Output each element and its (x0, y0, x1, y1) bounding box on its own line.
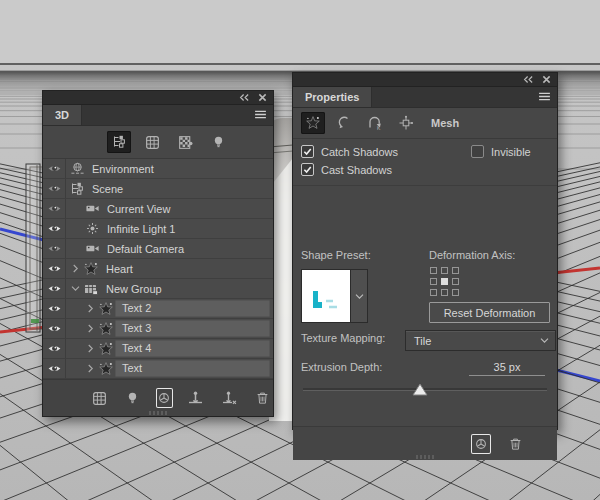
chevron-right-icon[interactable] (68, 264, 82, 273)
chevron-down-icon[interactable] (68, 285, 82, 292)
coordinates-icon[interactable] (394, 112, 418, 134)
whole-scene-icon[interactable] (156, 388, 174, 408)
chevron-right-icon[interactable] (83, 304, 97, 313)
shape-preset-dropdown-button[interactable] (350, 269, 368, 323)
scene-row-label: Text 2 (115, 300, 270, 317)
eye-icon (47, 163, 62, 174)
trash-icon (255, 390, 270, 406)
close-icon[interactable] (258, 93, 267, 102)
trash-icon[interactable] (503, 433, 527, 455)
3d-panel-titlebar[interactable] (43, 91, 273, 105)
infinite-light-icon (83, 221, 101, 236)
visibility-toggle[interactable] (43, 219, 66, 238)
panel-menu-button[interactable] (247, 105, 273, 125)
mesh-star-icon[interactable] (301, 112, 325, 134)
extrusion-depth-slider[interactable] (303, 383, 547, 397)
section-divider (293, 185, 557, 186)
deformation-axis-cell-6[interactable] (430, 289, 437, 296)
whole-scene-icon (157, 391, 171, 405)
panel-resize-grip[interactable] (416, 455, 434, 459)
tabrow-spacer (372, 87, 531, 107)
mesh-star-icon (97, 361, 115, 377)
deformation-axis-cell-0[interactable] (430, 267, 437, 274)
mode-tabs: K (301, 112, 418, 134)
visibility-toggle[interactable] (43, 159, 66, 178)
deformation-axis-cell-5[interactable] (452, 278, 459, 285)
meshes-filter-icon[interactable] (140, 131, 164, 153)
close-icon[interactable] (542, 75, 551, 84)
eye-icon (47, 183, 62, 194)
chevron-right-icon[interactable] (83, 324, 97, 333)
visibility-toggle[interactable] (43, 199, 66, 218)
deformation-axis-cell-7[interactable] (441, 289, 448, 296)
deformation-axis-grid (430, 267, 459, 296)
coordinates-icon (398, 115, 414, 131)
properties-panel-titlebar[interactable] (293, 73, 557, 87)
cast-shadows-checkbox[interactable]: Cast Shadows (301, 163, 392, 176)
deformation-axis-cell-8[interactable] (452, 289, 459, 296)
catch-shadows-checkbox[interactable]: Catch Shadows (301, 145, 398, 158)
deformation-axis-cell-3[interactable] (430, 278, 437, 285)
properties-panel: Properties K Mesh Catch Shadows Invisibl… (292, 72, 558, 430)
chevron-right-icon[interactable] (83, 364, 97, 373)
chevron-right-icon[interactable] (83, 344, 97, 353)
scene-row-text-3[interactable]: Text 3 (43, 319, 273, 339)
meshes-filter-icon (144, 134, 161, 151)
meshes-filter-icon[interactable] (89, 387, 110, 409)
collapse-panel-icon[interactable] (522, 75, 534, 84)
scene-row-scene[interactable]: Scene (43, 179, 273, 199)
extrusion-slider-thumb[interactable] (412, 383, 428, 398)
ground-plane-off-icon[interactable] (218, 387, 239, 409)
visibility-toggle[interactable] (43, 279, 66, 298)
scene-tree-icon (111, 134, 127, 150)
invisible-checkbox[interactable]: Invisible (471, 145, 531, 158)
reset-deformation-button[interactable]: Reset Deformation (429, 302, 550, 323)
3d-panel-toolbar (43, 379, 273, 416)
visibility-toggle[interactable] (43, 359, 66, 378)
visibility-toggle[interactable] (43, 179, 66, 198)
extrusion-depth-value[interactable]: 35 px (469, 361, 545, 376)
lights-filter-icon[interactable] (122, 387, 143, 409)
scene-row-current-view[interactable]: Current View (43, 199, 273, 219)
shape-preset-thumbnail[interactable] (301, 269, 351, 323)
materials-filter-icon[interactable] (173, 131, 197, 153)
tab-properties[interactable]: Properties (293, 87, 372, 107)
scene-row-default-camera[interactable]: Default Camera (43, 239, 273, 259)
texture-mapping-select[interactable]: Tile (405, 330, 556, 351)
hamburger-icon (254, 109, 267, 121)
whole-scene-icon[interactable] (471, 434, 491, 454)
deform-icon[interactable] (332, 112, 356, 134)
visibility-toggle[interactable] (43, 239, 66, 258)
lights-filter-icon[interactable] (206, 131, 230, 153)
scene-row-text-4[interactable]: Text 4 (43, 339, 273, 359)
tabrow-spacer (82, 105, 247, 125)
visibility-toggle[interactable] (43, 339, 66, 358)
cap-icon[interactable]: K (363, 112, 387, 134)
collapse-panel-icon[interactable] (238, 93, 250, 102)
eye-icon (47, 303, 62, 314)
scene-row-environment[interactable]: Environment (43, 159, 273, 179)
eye-icon (47, 223, 62, 234)
scene-row-text[interactable]: Text (43, 359, 273, 379)
deformation-axis-cell-1[interactable] (441, 267, 448, 274)
scene-row-new-group[interactable]: New Group (43, 279, 273, 299)
visibility-toggle[interactable] (43, 259, 66, 278)
scene-row-heart[interactable]: Heart (43, 259, 273, 279)
svg-text:K: K (377, 125, 381, 131)
tab-3d[interactable]: 3D (43, 105, 82, 125)
scene-tree-icon[interactable] (107, 131, 131, 153)
visibility-toggle[interactable] (43, 299, 66, 318)
visibility-toggle[interactable] (43, 319, 66, 338)
panel-resize-grip[interactable] (149, 411, 167, 415)
scene-row-label: Default Camera (101, 243, 190, 255)
panel-menu-button[interactable] (531, 87, 557, 107)
checkbox-checked-icon (301, 163, 314, 176)
ground-plane-icon[interactable] (185, 387, 206, 409)
scene-row-infinite-light-1[interactable]: Infinite Light 1 (43, 219, 273, 239)
scene-list: EnvironmentSceneCurrent ViewInfinite Lig… (43, 159, 273, 379)
eye-icon (47, 243, 62, 254)
deformation-axis-cell-2[interactable] (452, 267, 459, 274)
trash-icon[interactable] (252, 387, 273, 409)
scene-row-text-2[interactable]: Text 2 (43, 299, 273, 319)
deformation-axis-cell-4[interactable] (441, 278, 448, 285)
